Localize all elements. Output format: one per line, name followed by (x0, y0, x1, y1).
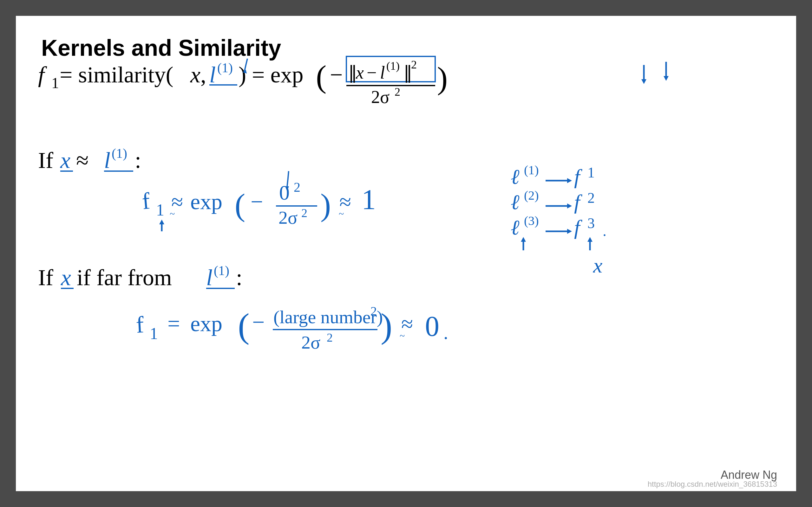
svg-marker-64 (567, 229, 572, 234)
svg-text:x: x (190, 62, 200, 88)
svg-text:f: f (574, 190, 582, 214)
svg-text:.: . (603, 222, 606, 239)
svg-text:=: = (167, 312, 180, 336)
svg-marker-69 (588, 237, 593, 242)
svg-text:−: − (252, 310, 264, 334)
svg-text::: : (236, 265, 242, 290)
svg-text:~: ~ (170, 209, 175, 219)
svg-text:(1): (1) (386, 60, 400, 72)
svg-text:2σ: 2σ (278, 207, 298, 228)
svg-text:0: 0 (279, 181, 290, 204)
svg-text:) = exp: ) = exp (239, 62, 304, 88)
svg-text:x: x (593, 254, 602, 277)
svg-text:x: x (60, 148, 70, 173)
svg-text:l: l (380, 63, 385, 82)
svg-text:f: f (141, 187, 151, 214)
svg-text:1: 1 (51, 74, 59, 91)
svg-text:~: ~ (339, 209, 344, 219)
svg-text:): ) (437, 60, 448, 96)
svg-text:2: 2 (301, 206, 307, 220)
svg-text:(large number): (large number) (273, 307, 383, 327)
svg-text:ℓ: ℓ (511, 190, 519, 214)
main-content-svg: f 1 = similarity( x , l (1) ) = exp ( − … (35, 48, 764, 475)
svg-text:x: x (356, 63, 364, 82)
svg-text:1: 1 (150, 325, 158, 343)
svg-text:f: f (574, 216, 582, 239)
svg-text:(1): (1) (217, 60, 233, 75)
svg-text:exp: exp (190, 312, 222, 336)
svg-text:−: − (330, 62, 343, 88)
svg-text:If: If (38, 265, 53, 290)
svg-text:if far from: if far from (77, 265, 172, 290)
svg-text:2: 2 (294, 180, 300, 194)
svg-text:= similarity(: = similarity( (60, 62, 173, 88)
svg-text:x: x (61, 265, 71, 290)
svg-text:exp: exp (190, 189, 222, 214)
svg-text:−: − (367, 63, 377, 82)
svg-text:(: ( (316, 59, 326, 94)
svg-text:(1): (1) (214, 263, 229, 278)
svg-text:2: 2 (395, 86, 400, 98)
svg-text:≈: ≈ (76, 148, 89, 173)
svg-marker-51 (159, 220, 164, 224)
svg-text:): ) (320, 187, 331, 222)
svg-text:3: 3 (588, 215, 595, 231)
svg-text:l: l (206, 265, 212, 290)
svg-text:~: ~ (400, 331, 405, 341)
svg-text::: : (135, 148, 141, 173)
svg-text:(3): (3) (524, 214, 539, 228)
svg-text:.: . (444, 322, 448, 343)
svg-text:2: 2 (370, 304, 377, 318)
svg-text:If: If (38, 148, 53, 173)
svg-text:2σ: 2σ (301, 332, 320, 353)
svg-text:2σ: 2σ (371, 87, 390, 107)
svg-marker-54 (567, 178, 572, 183)
svg-text:f: f (136, 312, 145, 338)
svg-text:ℓ: ℓ (511, 165, 519, 188)
svg-text:f: f (38, 62, 47, 88)
svg-text:(: ( (235, 187, 245, 222)
svg-text:f: f (574, 165, 582, 188)
svg-text:2: 2 (411, 58, 417, 71)
svg-text:(: ( (238, 306, 250, 345)
svg-text:(1): (1) (112, 146, 127, 161)
svg-text:−: − (251, 189, 263, 214)
svg-marker-24 (641, 79, 647, 84)
svg-text:0: 0 (425, 311, 439, 342)
svg-text:1: 1 (156, 201, 164, 219)
svg-text:l: l (209, 62, 216, 88)
svg-text:2: 2 (327, 331, 333, 344)
svg-text:(2): (2) (524, 188, 539, 203)
url-bar: https://blog.csdn.net/weixin_36815313 (648, 480, 777, 489)
svg-text:l: l (104, 148, 110, 173)
svg-text:1: 1 (588, 164, 595, 181)
slide: Kernels and Similarity f 1 = similarity(… (16, 16, 796, 491)
svg-marker-25 (664, 76, 669, 81)
svg-text:2: 2 (588, 190, 595, 206)
svg-text:,: , (200, 62, 206, 88)
svg-text:1: 1 (362, 184, 376, 215)
svg-text:ℓ: ℓ (511, 216, 519, 239)
svg-text:): ) (380, 306, 392, 345)
svg-marker-59 (567, 204, 572, 209)
svg-text:(1): (1) (524, 163, 539, 177)
svg-marker-68 (521, 237, 526, 242)
